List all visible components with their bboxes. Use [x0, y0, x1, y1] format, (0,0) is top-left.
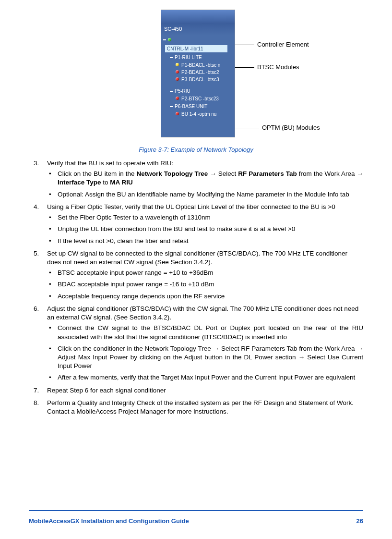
step-4: Using a Fiber Optic Tester, verify that … [47, 203, 363, 245]
ss-p1s2: P2-BDACL -btsc2 [161, 69, 235, 76]
page-footer: MobileAccessGX Installation and Configur… [29, 517, 363, 525]
status-dot-icon [168, 38, 171, 41]
status-dot-icon [176, 97, 179, 100]
ss-p1: P1-RIU LITE [161, 53, 235, 61]
callout-controller: Controller Element [235, 41, 309, 48]
screenshot-image: SC-450 CNTRL-M -libr11 P1-RIU LITE P1-BD… [161, 10, 235, 137]
step-5: Set up CW signal to be connected to the … [47, 249, 363, 301]
step-3-bullet-1: Click on the BU item in the Network Topo… [56, 170, 363, 187]
callout-btsc: BTSC Modules [235, 63, 299, 71]
step-6: Adjust the signal conditioner (BTSC/BDAC… [47, 305, 363, 382]
footer-divider [29, 510, 363, 511]
ss-p6: P6-BASE UNIT [161, 102, 235, 110]
step-7: Repeat Step 6 for each signal conditione… [47, 386, 363, 395]
ss-cntrl-box: CNTRL-M -libr11 [165, 45, 227, 52]
step-3: Verify that the BU is set to operate wit… [47, 159, 363, 199]
step-6-bullet-2: Click on the conditioner in the Network … [56, 344, 363, 371]
topology-screenshot-region: SC-450 CNTRL-M -libr11 P1-RIU LITE P1-BD… [29, 10, 363, 144]
step-6-bullet-3: After a few moments, verify that the Tar… [56, 373, 363, 382]
step-8: Perform a Quality and Integrity Check of… [47, 399, 363, 416]
step-4-bullet-2: Unplug the UL fiber connection from the … [56, 225, 363, 233]
ss-p1s1: P1-BDACL -btsc n [161, 61, 235, 69]
ss-band: SC-450 [161, 24, 235, 35]
step-4-bullet-3: If the level is not >0, clean the fiber … [56, 237, 363, 245]
footer-title: MobileAccessGX Installation and Configur… [29, 517, 189, 525]
status-dot-icon [176, 63, 179, 66]
step-5-bullet-1: BTSC acceptable input power range = +10 … [56, 269, 363, 277]
status-dot-icon [176, 70, 179, 74]
footer-page-number: 26 [356, 517, 363, 525]
step-5-bullet-3: Acceptable frequency range depends upon … [56, 292, 363, 301]
status-dot-icon [176, 77, 179, 81]
status-dot-icon [176, 112, 179, 115]
step-3-bullet-2: Optional: Assign the BU an identifiable … [56, 190, 363, 199]
ss-p1s3: P3-BDACL -btsc3 [161, 76, 235, 83]
step-6-bullet-1: Connect the CW signal to the BTSC/BDAC D… [56, 324, 363, 341]
figure-caption: Figure 3-7: Example of Network Topology [29, 146, 363, 153]
step-4-bullet-1: Set the Fiber Optic Tester to a waveleng… [56, 213, 363, 222]
callout-optm: OPTM (BU) Modules [235, 124, 320, 131]
step-5-bullet-2: BDAC acceptable input power range = -16 … [56, 280, 363, 289]
ss-p5s1: P2-BTSC -btsc23 [161, 95, 235, 102]
ss-p5: P5-RIU [161, 87, 235, 95]
ss-p6s1: BU 1-4 -optm nu [161, 110, 235, 118]
